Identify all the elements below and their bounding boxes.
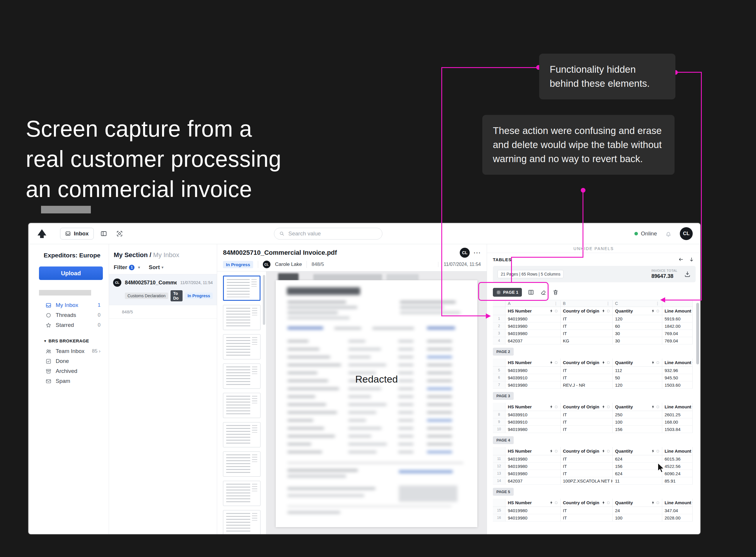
autofill-bolt-icon[interactable]	[549, 405, 553, 409]
autofill-bolt-icon[interactable]	[691, 360, 693, 364]
autofill-bolt-icon[interactable]	[549, 309, 553, 313]
table-cell[interactable]: 156	[613, 463, 662, 470]
column-header[interactable]: Line Amount	[662, 499, 693, 506]
autofill-bolt-icon[interactable]	[691, 501, 693, 504]
table-cell[interactable]: 1503.84	[662, 426, 693, 433]
arrow-left-icon[interactable]	[678, 257, 684, 262]
column-header[interactable]: Quantity	[613, 307, 662, 315]
column-note-icon[interactable]	[607, 501, 610, 504]
table-cell[interactable]: 100PZ.XSCATOLA NET KG	[561, 477, 613, 484]
table-cell[interactable]: IT	[561, 330, 613, 337]
autofill-bolt-icon[interactable]	[651, 405, 655, 409]
table-cell[interactable]: IT	[561, 426, 613, 433]
table-cell[interactable]: 94039910	[506, 411, 561, 418]
table-cell[interactable]: 6015.36	[662, 455, 693, 462]
arrow-down-icon[interactable]	[689, 257, 694, 262]
table-cell[interactable]: 120	[613, 315, 662, 322]
panel-toggle-button[interactable]	[98, 228, 110, 239]
inbox-button[interactable]: Inbox	[60, 228, 94, 239]
table-cell[interactable]: 168.00	[662, 418, 693, 426]
table-cell[interactable]: 30	[613, 330, 662, 337]
table-cell[interactable]: 94039910	[506, 374, 561, 381]
column-letter[interactable]: C⋮	[613, 300, 662, 306]
table-cell[interactable]: 94019980	[506, 330, 561, 337]
column-header[interactable]: Quantity	[613, 499, 662, 506]
table-meta[interactable]: 21 Pages | 65 Rows | 5 Columns	[497, 270, 564, 278]
column-header[interactable]: Quantity	[613, 358, 662, 367]
autofill-bolt-icon[interactable]	[602, 501, 605, 504]
download-icon[interactable]	[684, 271, 691, 277]
table-cell[interactable]: 94019980	[506, 507, 561, 514]
autofill-bolt-icon[interactable]	[651, 360, 655, 364]
column-header[interactable]: Line Amount	[662, 403, 693, 411]
table-cell[interactable]: 100	[613, 514, 662, 521]
column-note-icon[interactable]	[656, 501, 660, 504]
column-menu-icon[interactable]: ⋮	[554, 301, 558, 306]
table-cell[interactable]: 94019980	[506, 322, 561, 329]
column-header[interactable]: Quantity	[613, 447, 662, 455]
filter-control[interactable]: Filter 1 ▾	[114, 264, 140, 271]
table-cell[interactable]: 94019980	[506, 381, 561, 388]
page-thumbnail[interactable]	[223, 334, 261, 359]
more-options-icon[interactable]: ⋯	[473, 249, 481, 257]
autofill-bolt-icon[interactable]	[651, 309, 655, 313]
search-input[interactable]	[288, 230, 377, 237]
column-note-icon[interactable]	[607, 405, 610, 409]
table-cell[interactable]: IT	[561, 411, 613, 418]
page-thumbnail[interactable]	[223, 363, 261, 389]
table-cell[interactable]: 4522.56	[662, 463, 693, 470]
assignee-avatar[interactable]: CL	[460, 248, 470, 258]
table-cell[interactable]: 100	[613, 418, 662, 426]
column-header[interactable]: Line Amount	[662, 307, 693, 315]
inbox-list-item[interactable]: CL 84M0025710_Commercial Inv... 11/07/20…	[109, 274, 217, 305]
table-cell[interactable]: 6090.24	[662, 470, 693, 477]
table-cell[interactable]: IT	[561, 507, 613, 514]
column-header[interactable]: Line Amount	[662, 358, 693, 367]
table-cell[interactable]: 24	[613, 507, 662, 514]
table-cell[interactable]: 1842.00	[662, 322, 693, 329]
column-note-icon[interactable]	[656, 309, 660, 313]
table-cell[interactable]: 50	[613, 374, 662, 381]
column-header[interactable]: Country of Origin	[561, 499, 613, 506]
page-chip[interactable]: PAGE 4	[493, 436, 514, 444]
column-header[interactable]: Country of Origin	[561, 307, 613, 315]
autofill-bolt-icon[interactable]	[651, 449, 655, 453]
autofill-bolt-icon[interactable]	[602, 405, 605, 409]
column-note-icon[interactable]	[607, 449, 610, 453]
column-note-icon[interactable]	[554, 501, 558, 504]
page-thumbnail[interactable]	[223, 481, 261, 506]
table-cell[interactable]: 642037	[506, 337, 561, 344]
table-cell[interactable]: 5919.60	[662, 315, 693, 322]
delete-icon[interactable]	[552, 289, 559, 295]
table-cell[interactable]: 250	[613, 411, 662, 418]
table-cell[interactable]: 94039910	[506, 418, 561, 426]
column-header[interactable]: Country of Origin	[561, 447, 613, 455]
sidebar-item-done[interactable]: Done	[28, 356, 109, 366]
autofill-bolt-icon[interactable]	[549, 360, 553, 364]
table-cell[interactable]: 769.04	[662, 337, 693, 344]
autofill-bolt-icon[interactable]	[549, 501, 553, 504]
table-cell[interactable]: IT	[561, 322, 613, 329]
table-cell[interactable]: 2601.25	[662, 411, 693, 418]
sidebar-item-starred[interactable]: Starred0	[28, 320, 109, 330]
notifications-bell-icon[interactable]	[665, 230, 672, 237]
table-cell[interactable]: IT	[561, 374, 613, 381]
page-thumbnail[interactable]	[223, 422, 261, 447]
column-note-icon[interactable]	[554, 449, 558, 453]
table-cell[interactable]: IT	[561, 315, 613, 322]
column-header[interactable]: HS Number	[506, 499, 561, 506]
table-cell[interactable]: 94019980	[506, 470, 561, 477]
autofill-bolt-icon[interactable]	[602, 309, 605, 313]
table-cell[interactable]: 1503.60	[662, 381, 693, 388]
table-cell[interactable]: 94019980	[506, 514, 561, 521]
table-cell[interactable]: 30	[613, 337, 662, 344]
table-cell[interactable]: IT	[561, 470, 613, 477]
table-cell[interactable]: IT	[561, 463, 613, 470]
scan-button[interactable]	[114, 228, 125, 239]
column-note-icon[interactable]	[554, 361, 558, 364]
table-cell[interactable]: KG	[561, 337, 613, 344]
table-cell[interactable]: 642037	[506, 477, 561, 484]
table-cell[interactable]: 112	[613, 367, 662, 374]
table-cell[interactable]: 769.04	[662, 330, 693, 337]
table-cell[interactable]: 94019980	[506, 463, 561, 470]
